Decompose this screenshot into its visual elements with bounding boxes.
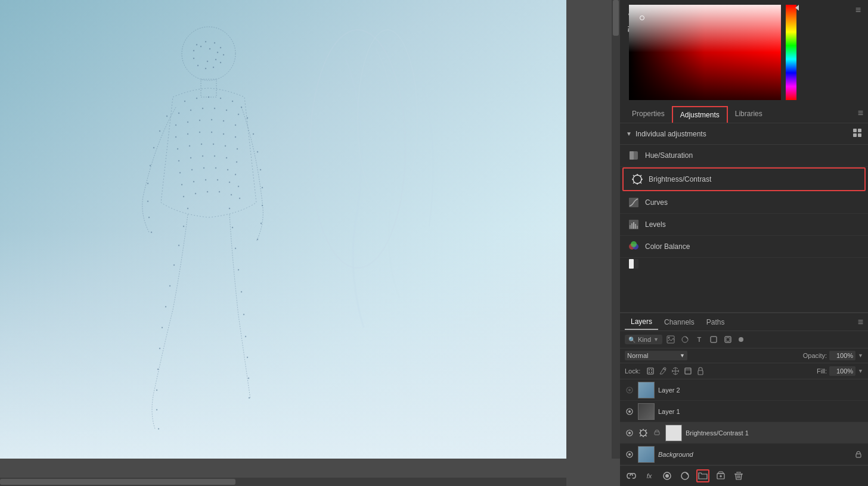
- adj-item-curves[interactable]: Curves: [620, 192, 868, 214]
- filter-smart-btn[interactable]: [722, 334, 734, 345]
- brightness-visibility[interactable]: [625, 428, 634, 438]
- svg-point-55: [214, 155, 215, 157]
- svg-point-28: [178, 113, 179, 114]
- svg-point-126: [633, 175, 641, 183]
- svg-point-39: [235, 124, 236, 126]
- adj-item-levels[interactable]: Levels: [620, 214, 868, 236]
- svg-point-80: [147, 183, 148, 184]
- curves-icon: [627, 196, 640, 209]
- tab-adjustments[interactable]: Adjustments: [672, 106, 728, 123]
- canvas-vscroll-thumb[interactable]: [613, 0, 619, 36]
- svg-point-81: [147, 201, 148, 202]
- svg-point-29: [190, 110, 191, 111]
- opacity-arrow[interactable]: ▼: [858, 353, 863, 359]
- layer-item-brightness[interactable]: Brightness/Contrast 1: [620, 422, 868, 444]
- layer1-name: Layer 1: [658, 408, 863, 415]
- add-mask-btn[interactable]: [661, 469, 674, 482]
- svg-rect-139: [633, 222, 634, 229]
- svg-point-17: [200, 46, 202, 47]
- adj-item-brightness-contrast[interactable]: Brightness/Contrast: [622, 167, 866, 191]
- svg-point-148: [668, 337, 669, 339]
- svg-point-12: [213, 67, 214, 68]
- filter-adj-btn[interactable]: [679, 334, 691, 345]
- canvas-scrollbar-thumb[interactable]: [0, 479, 235, 485]
- svg-point-21: [207, 61, 208, 62]
- filter-dropdown-arrow[interactable]: ▼: [653, 337, 659, 342]
- svg-point-33: [238, 114, 239, 115]
- tab-paths[interactable]: Paths: [700, 315, 731, 329]
- layers-collapse-icon[interactable]: ≡: [858, 317, 863, 328]
- svg-point-99: [159, 348, 160, 349]
- svg-point-75: [239, 198, 240, 199]
- adj-label-curves: Curves: [645, 198, 668, 207]
- new-layer-btn[interactable]: [714, 469, 727, 482]
- panel-menu-icon[interactable]: ≡: [855, 5, 861, 15]
- svg-rect-146: [634, 259, 638, 269]
- canvas-vscroll[interactable]: [612, 0, 620, 459]
- color-gradient-box[interactable]: [629, 5, 781, 100]
- fx-btn[interactable]: fx: [643, 469, 656, 482]
- layer-toolbar: fx: [620, 465, 868, 486]
- blend-mode-select[interactable]: Normal ▼: [625, 351, 687, 360]
- adj-item-color-balance[interactable]: Color Balance: [620, 236, 868, 258]
- layer-item-layer2[interactable]: Layer 2: [620, 379, 868, 401]
- svg-point-110: [245, 336, 246, 337]
- lock-artboard-btn[interactable]: [683, 366, 693, 376]
- hue-slider-indicator: [795, 5, 799, 11]
- canvas-scrollbar[interactable]: [0, 478, 566, 486]
- brightness-contrast-icon: [631, 173, 644, 186]
- adj-item-partial[interactable]: [620, 258, 868, 270]
- svg-point-7: [205, 41, 206, 42]
- svg-point-105: [232, 227, 233, 228]
- svg-rect-122: [853, 133, 857, 137]
- svg-point-59: [191, 169, 193, 170]
- canvas-image: [0, 0, 566, 459]
- section-expand-icon[interactable]: ▼: [626, 130, 632, 137]
- section-grid-icon[interactable]: [852, 128, 862, 139]
- section-header: ▼ Individual adjustments: [620, 123, 868, 145]
- lock-move-btn[interactable]: [670, 366, 681, 376]
- layer2-visibility[interactable]: [625, 385, 634, 395]
- layer-item-layer1[interactable]: Layer 1: [620, 401, 868, 422]
- layer1-visibility[interactable]: [625, 407, 634, 416]
- filter-shape-btn[interactable]: [708, 334, 720, 345]
- adj-layer-btn[interactable]: [678, 469, 692, 482]
- tab-channels[interactable]: Channels: [658, 315, 700, 329]
- svg-point-38: [223, 120, 224, 122]
- hue-slider[interactable]: [786, 5, 796, 100]
- svg-line-134: [633, 182, 634, 183]
- tab-properties[interactable]: Properties: [625, 106, 672, 123]
- color-balance-icon: [627, 240, 640, 253]
- lock-paint-btn[interactable]: [658, 366, 668, 376]
- fill-value[interactable]: 100%: [829, 366, 855, 376]
- filter-search[interactable]: 🔍 Kind ▼: [625, 335, 662, 344]
- delete-layer-btn[interactable]: [732, 469, 745, 482]
- fill-arrow[interactable]: ▼: [858, 368, 863, 374]
- svg-point-96: [169, 285, 170, 286]
- svg-point-18: [209, 48, 210, 49]
- svg-rect-141: [637, 226, 638, 229]
- lock-fill-row: Lock:: [620, 363, 868, 379]
- blend-mode-arrow: ▼: [680, 353, 685, 359]
- lock-all-btn[interactable]: [695, 366, 706, 376]
- svg-rect-145: [629, 259, 634, 269]
- filter-image-btn[interactable]: [665, 334, 677, 345]
- svg-point-93: [183, 226, 184, 227]
- tab-libraries[interactable]: Libraries: [728, 106, 770, 123]
- layer-item-background[interactable]: Background: [620, 444, 868, 465]
- background-visibility[interactable]: [625, 450, 634, 459]
- svg-point-104: [229, 208, 230, 209]
- brightness-name: Brightness/Contrast 1: [686, 429, 863, 437]
- group-layers-btn[interactable]: [696, 469, 709, 482]
- fill-group: Fill: 100% ▼: [817, 366, 863, 376]
- svg-point-34: [175, 124, 176, 126]
- opacity-value[interactable]: 100%: [829, 351, 855, 360]
- tabs-collapse-icon[interactable]: ≡: [858, 108, 863, 119]
- svg-point-83: [151, 232, 152, 233]
- link-layers-btn[interactable]: [625, 469, 638, 482]
- lock-pixels-btn[interactable]: [645, 366, 656, 376]
- filter-type-btn[interactable]: T: [693, 334, 705, 345]
- adj-item-hue-saturation[interactable]: Hue/Saturation: [620, 145, 868, 167]
- svg-rect-150: [711, 337, 717, 342]
- tab-layers[interactable]: Layers: [625, 314, 658, 330]
